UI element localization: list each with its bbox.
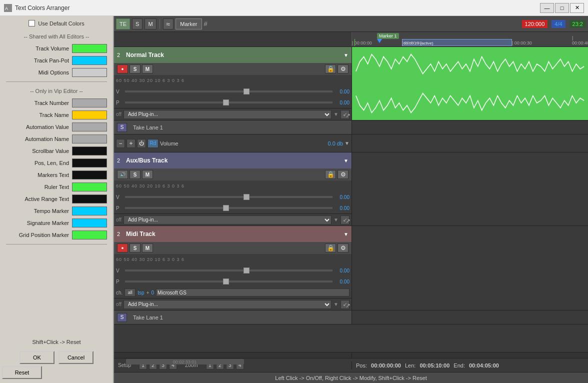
- auto-minus-button[interactable]: −: [116, 139, 125, 148]
- aux-speaker-btn[interactable]: 🔊: [117, 170, 128, 179]
- midi-plugin-arrow[interactable]: ▼: [334, 302, 338, 307]
- normal-track-arrow[interactable]: ▼: [344, 52, 348, 58]
- shared-section-header: -- Shared with All Editors --: [2, 32, 111, 40]
- take-lane-1-controls: S Take Lane 1: [114, 120, 352, 134]
- aux-track-arrow[interactable]: ▼: [344, 158, 348, 164]
- normal-expand-icon[interactable]: ↗: [346, 112, 350, 119]
- midi-p-track[interactable]: [125, 280, 332, 282]
- scrollbar-value-swatch[interactable]: [72, 146, 107, 156]
- track-number-swatch[interactable]: [72, 98, 107, 108]
- automation-name-label: Automation Name: [6, 136, 69, 142]
- aux-v-track[interactable]: [125, 196, 332, 198]
- midi-v-handle[interactable]: [244, 268, 250, 274]
- normal-plugin-arrow[interactable]: ▼: [334, 112, 338, 117]
- toolbar-marker-button[interactable]: Marker: [176, 18, 202, 30]
- btn-row: OK Cancel: [20, 351, 94, 364]
- normal-gear-button[interactable]: ⚙: [338, 64, 348, 74]
- normal-v-handle[interactable]: [244, 88, 250, 94]
- midi-p-val: 0.00: [334, 279, 350, 284]
- tempo-marker-label: Tempo Marker: [6, 208, 69, 214]
- track-volume-label: Track Volume: [6, 46, 69, 52]
- aux-solo-button[interactable]: S: [130, 170, 140, 179]
- midi-gear-button[interactable]: ⚙: [338, 244, 348, 252]
- grid-position-marker-swatch[interactable]: [72, 230, 107, 240]
- normal-mute-button[interactable]: M: [142, 64, 153, 74]
- midi-track-num: 2: [117, 231, 124, 237]
- aux-p-fader-row: P 0.00: [114, 202, 352, 214]
- aux-plugin-select[interactable]: Add Plug-in...: [124, 216, 332, 224]
- midi-lock-button[interactable]: 🔒: [325, 244, 336, 252]
- aux-track-header: 2 Aux/Bus Track ▼: [114, 152, 352, 168]
- play-cursor: [354, 39, 355, 46]
- aux-lock-button[interactable]: 🔒: [325, 170, 336, 179]
- automation-row: − + ⏻ Rd Volume 0.0 db ▼: [114, 134, 588, 152]
- midi-p-handle[interactable]: [223, 278, 229, 284]
- signature-marker-swatch[interactable]: [72, 218, 107, 228]
- minimize-button[interactable]: —: [540, 3, 554, 13]
- marker-1-label: Marker 1: [377, 33, 399, 39]
- aux-p-handle[interactable]: [223, 205, 229, 211]
- normal-solo-button[interactable]: S: [130, 64, 140, 74]
- aux-plugin-arrow[interactable]: ▼: [334, 217, 338, 222]
- automation-name-row: Automation Name: [2, 134, 111, 144]
- use-default-checkbox[interactable]: [28, 20, 35, 26]
- pos-len-end-row: Pos, Len, End: [2, 158, 111, 168]
- aux-fader-marks-row: 60 50 40 30 20 10 6 3 0 3 6: [114, 180, 352, 192]
- len-val: 00:05:10:00: [420, 362, 450, 368]
- aux-expand-icon[interactable]: ↗: [346, 218, 350, 224]
- len-label: Len:: [405, 362, 416, 368]
- auto-rd-button[interactable]: Rd: [148, 139, 158, 148]
- timeline-scroll-thumb[interactable]: 00:02:33:01: [126, 359, 244, 364]
- take-s-button[interactable]: S: [117, 123, 127, 132]
- auto-plus-button[interactable]: +: [126, 139, 136, 148]
- toolbar-m-button[interactable]: M: [144, 18, 156, 30]
- track-volume-swatch[interactable]: [72, 44, 107, 53]
- midi-options-swatch[interactable]: [72, 68, 107, 77]
- aux-v-handle[interactable]: [244, 194, 250, 200]
- automation-value-swatch[interactable]: [72, 122, 107, 132]
- take-lane-2-content: [352, 310, 588, 324]
- midi-plugin-off: off: [116, 302, 122, 307]
- toolbar-te-button[interactable]: TE: [116, 18, 130, 30]
- aux-mute-button[interactable]: M: [142, 170, 153, 179]
- midi-record-button[interactable]: ●: [117, 244, 128, 252]
- toolbar-s-button[interactable]: S: [132, 18, 142, 30]
- normal-v-track[interactable]: [125, 90, 332, 92]
- shift-reset-text: Shift+Click -> Reset: [32, 339, 80, 345]
- cancel-button[interactable]: Cancel: [58, 351, 94, 364]
- midi-ch-input[interactable]: [124, 288, 136, 296]
- midi-device-input[interactable]: [156, 288, 350, 296]
- auto-power-button[interactable]: ⏻: [137, 139, 146, 148]
- normal-lock-button[interactable]: 🔒: [325, 64, 336, 74]
- tempo-marker-swatch[interactable]: [72, 206, 107, 216]
- midi-expand-icon[interactable]: ↗: [346, 302, 350, 309]
- track-name-swatch[interactable]: [72, 110, 107, 120]
- midi-v-track[interactable]: [125, 270, 332, 272]
- close-button[interactable]: ✕: [570, 3, 584, 13]
- normal-p-handle[interactable]: [223, 100, 229, 106]
- normal-p-track[interactable]: [125, 102, 332, 104]
- main-container: Use Default Colors -- Shared with All Ed…: [0, 16, 588, 383]
- midi-plugin-select[interactable]: Add Plug-in...: [124, 300, 332, 309]
- midi-track-arrow[interactable]: ▼: [344, 232, 348, 237]
- aux-p-track[interactable]: [125, 207, 332, 209]
- aux-gear-button[interactable]: ⚙: [338, 170, 348, 179]
- midi-mute-button[interactable]: M: [142, 244, 153, 252]
- active-range-text-swatch[interactable]: [72, 194, 107, 204]
- normal-plugin-select[interactable]: Add Plug-in...: [124, 110, 332, 119]
- normal-track-buttons: ● S M 🔒 ⚙: [114, 63, 352, 75]
- track-pan-swatch[interactable]: [72, 56, 107, 65]
- reset-button[interactable]: Reset: [2, 366, 42, 379]
- normal-record-button[interactable]: ●: [117, 64, 128, 74]
- auto-dropdown-arrow[interactable]: ▼: [344, 140, 350, 146]
- ruler-text-swatch[interactable]: [72, 182, 107, 192]
- maximize-button[interactable]: □: [555, 3, 569, 13]
- toolbar-wave-button[interactable]: ≈: [163, 18, 174, 30]
- markers-text-swatch[interactable]: [72, 170, 107, 180]
- pos-len-end-swatch[interactable]: [72, 158, 107, 168]
- aux-p-label: P: [116, 206, 123, 211]
- ok-button[interactable]: OK: [20, 351, 54, 364]
- take2-s-button[interactable]: S: [117, 313, 127, 322]
- midi-solo-button[interactable]: S: [130, 244, 140, 252]
- automation-name-swatch[interactable]: [72, 134, 107, 144]
